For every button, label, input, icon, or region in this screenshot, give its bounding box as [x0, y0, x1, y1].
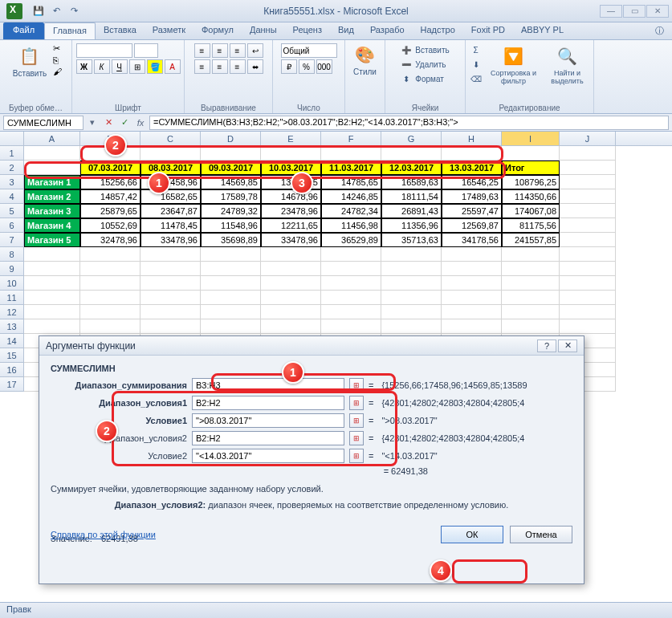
align-bottom-button[interactable]: ≡	[230, 43, 246, 58]
cell[interactable]	[261, 247, 321, 262]
maximize-button[interactable]: ▭	[623, 5, 646, 18]
cell[interactable]	[381, 262, 442, 276]
data-cell[interactable]: 14678,96	[261, 189, 321, 204]
insert-cells-button[interactable]: ➕Вставить	[399, 43, 450, 56]
data-cell[interactable]: 34178,56	[442, 233, 502, 247]
cell[interactable]	[141, 319, 201, 334]
row-header[interactable]: 16	[0, 363, 24, 377]
cell[interactable]	[80, 319, 141, 334]
cell[interactable]	[321, 247, 381, 262]
tab-formulas[interactable]: Формул	[193, 22, 242, 39]
row-header[interactable]: 5	[0, 204, 24, 218]
tab-abbyy[interactable]: ABBYY PL	[513, 22, 572, 39]
date-header-cell[interactable]: 07.03.2017	[80, 161, 141, 175]
align-top-button[interactable]: ≡	[194, 43, 210, 58]
data-cell[interactable]: 16546,25	[442, 175, 502, 189]
shop-name-cell[interactable]: Магазин 2	[24, 189, 80, 204]
col-header[interactable]: H	[442, 132, 502, 145]
range-picker-icon[interactable]: ⊞	[349, 396, 364, 410]
cell[interactable]	[560, 175, 616, 189]
cell[interactable]	[261, 276, 321, 291]
copy-icon[interactable]: ⎘	[53, 55, 62, 65]
shop-name-cell[interactable]: Магазин 5	[24, 233, 80, 247]
row-header[interactable]: 10	[0, 276, 24, 291]
close-button[interactable]: ✕	[646, 5, 669, 18]
font-size-select[interactable]	[134, 43, 158, 58]
data-cell[interactable]: 15256,66	[80, 175, 141, 189]
align-center-button[interactable]: ≡	[212, 59, 228, 74]
cell[interactable]	[502, 291, 560, 305]
row-header[interactable]: 13	[0, 319, 24, 334]
save-icon[interactable]: 💾	[32, 5, 45, 18]
argument-input[interactable]	[192, 378, 344, 392]
cell[interactable]	[381, 276, 442, 291]
argument-input[interactable]	[192, 449, 344, 463]
fill-button[interactable]: ⬇	[469, 58, 483, 71]
tab-data[interactable]: Данны	[242, 22, 285, 39]
cell[interactable]	[24, 291, 80, 305]
col-header[interactable]: G	[381, 132, 442, 145]
shop-name-cell[interactable]: Магазин 4	[24, 218, 80, 233]
number-format-select[interactable]	[281, 43, 337, 58]
range-picker-icon[interactable]: ⊞	[349, 449, 364, 463]
cell[interactable]	[442, 291, 502, 305]
row-header[interactable]: 12	[0, 305, 24, 319]
format-painter-icon[interactable]: 🖌	[53, 67, 62, 76]
sum-cell[interactable]: 108796,25	[502, 175, 560, 189]
cell[interactable]	[321, 291, 381, 305]
row-header[interactable]: 15	[0, 348, 24, 363]
col-header[interactable]: E	[261, 132, 321, 145]
range-picker-icon[interactable]: ⊞	[349, 413, 364, 428]
cell[interactable]	[201, 305, 261, 319]
undo-icon[interactable]: ↶	[50, 5, 63, 18]
cell[interactable]	[560, 218, 616, 233]
date-header-cell[interactable]: 09.03.2017	[201, 161, 261, 175]
row-header[interactable]: 1	[0, 146, 24, 161]
data-cell[interactable]: 16582,65	[141, 189, 201, 204]
tab-view[interactable]: Вид	[330, 22, 362, 39]
col-header[interactable]: I	[502, 132, 560, 145]
tab-home[interactable]: Главная	[44, 22, 96, 39]
tab-review[interactable]: Реценз	[285, 22, 330, 39]
date-header-cell[interactable]: 12.03.2017	[381, 161, 442, 175]
cell[interactable]	[560, 305, 616, 319]
range-picker-icon[interactable]: ⊞	[349, 431, 364, 445]
cell[interactable]	[502, 146, 560, 161]
col-header[interactable]: D	[201, 132, 261, 145]
cell[interactable]	[24, 262, 80, 276]
data-cell[interactable]: 23647,87	[141, 204, 201, 218]
cell[interactable]	[442, 262, 502, 276]
row-header[interactable]: 9	[0, 262, 24, 276]
cell[interactable]	[24, 276, 80, 291]
dialog-help-button[interactable]: ?	[537, 339, 556, 352]
paste-button[interactable]: 📋 Вставить	[10, 43, 50, 79]
row-header[interactable]: 17	[0, 377, 24, 392]
tab-layout[interactable]: Разметк	[145, 22, 193, 39]
row-header[interactable]: 11	[0, 291, 24, 305]
sum-cell[interactable]: 241557,85	[502, 233, 560, 247]
formula-input[interactable]: =СУММЕСЛИМН(B3:H3;B2:H2;">08.03.2017";B2…	[149, 116, 669, 130]
data-cell[interactable]: 24789,32	[201, 204, 261, 218]
row-header[interactable]: 6	[0, 218, 24, 233]
align-middle-button[interactable]: ≡	[212, 43, 228, 58]
data-cell[interactable]: 35698,89	[201, 233, 261, 247]
itog-header-cell[interactable]: Итог	[502, 161, 560, 175]
data-cell[interactable]: 23478,96	[261, 204, 321, 218]
data-cell[interactable]: 17458,96	[141, 175, 201, 189]
argument-input[interactable]	[192, 413, 344, 428]
cell[interactable]	[560, 233, 616, 247]
data-cell[interactable]: 24782,34	[321, 204, 381, 218]
cell[interactable]	[560, 247, 616, 262]
wrap-text-button[interactable]: ↩	[247, 43, 263, 58]
minimize-button[interactable]: —	[600, 5, 622, 18]
find-select-button[interactable]: 🔍 Найти и выделить	[544, 43, 591, 87]
fx-icon[interactable]: fx	[133, 116, 148, 130]
ribbon-help-icon[interactable]: ⓘ	[647, 22, 672, 39]
ok-button[interactable]: ОК	[441, 526, 503, 543]
shop-name-cell[interactable]: Магазин 1	[24, 175, 80, 189]
merge-button[interactable]: ⬌	[247, 59, 263, 74]
row-header[interactable]: 8	[0, 247, 24, 262]
currency-button[interactable]: ₽	[281, 59, 297, 74]
cell[interactable]	[502, 305, 560, 319]
data-cell[interactable]: 35713,63	[381, 233, 442, 247]
